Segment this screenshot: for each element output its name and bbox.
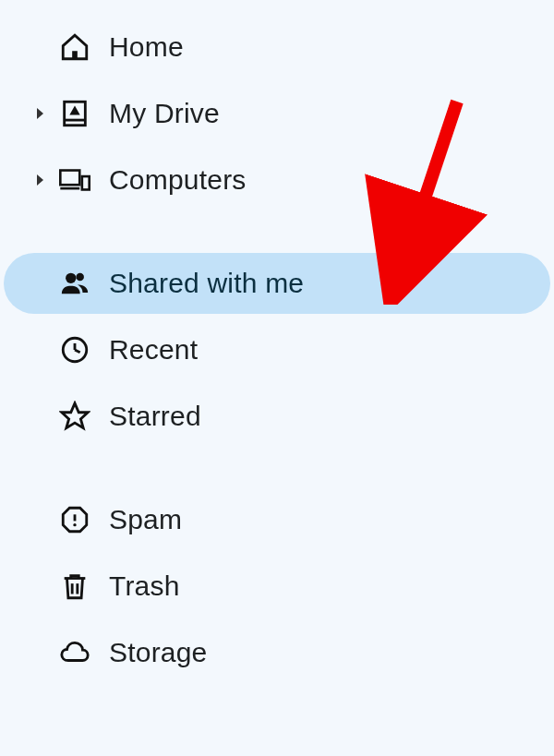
svg-marker-4 <box>37 174 43 186</box>
sidebar-item-label: Home <box>109 31 184 63</box>
sidebar-divider <box>0 452 554 489</box>
svg-marker-1 <box>37 108 43 119</box>
sidebar-navigation: Home My Drive Computers <box>0 0 554 683</box>
sidebar-item-home[interactable]: Home <box>4 17 550 78</box>
star-icon <box>59 401 109 432</box>
svg-line-12 <box>75 350 80 353</box>
sidebar-item-label: Trash <box>109 570 180 602</box>
sidebar-item-label: My Drive <box>109 98 220 129</box>
sidebar-item-shared-with-me[interactable]: Shared with me <box>4 253 550 314</box>
sidebar-divider <box>0 216 554 253</box>
sidebar-item-label: Starred <box>109 401 201 432</box>
sidebar-item-trash[interactable]: Trash <box>4 556 550 617</box>
sidebar-item-recent[interactable]: Recent <box>4 319 550 380</box>
svg-marker-13 <box>62 403 88 428</box>
sidebar-item-spam[interactable]: Spam <box>4 489 550 550</box>
expand-toggle[interactable] <box>35 174 59 186</box>
svg-point-9 <box>76 273 84 282</box>
home-icon <box>59 31 109 63</box>
computers-icon <box>59 164 109 196</box>
sidebar-item-label: Computers <box>109 164 247 196</box>
spam-icon <box>59 504 109 535</box>
sidebar-item-storage[interactable]: Storage <box>4 622 550 683</box>
svg-rect-5 <box>60 171 79 186</box>
sidebar-item-starred[interactable]: Starred <box>4 386 550 447</box>
expand-toggle[interactable] <box>35 107 59 120</box>
svg-point-8 <box>66 273 76 283</box>
drive-icon <box>59 98 109 129</box>
sidebar-item-label: Storage <box>109 637 207 668</box>
sidebar-item-label: Spam <box>109 504 182 535</box>
svg-rect-7 <box>82 176 90 189</box>
svg-point-16 <box>73 523 76 526</box>
trash-icon <box>59 570 109 602</box>
svg-rect-0 <box>72 51 78 59</box>
sidebar-item-my-drive[interactable]: My Drive <box>4 83 550 144</box>
people-icon <box>59 268 109 299</box>
sidebar-item-computers[interactable]: Computers <box>4 150 550 210</box>
clock-icon <box>59 334 109 366</box>
cloud-icon <box>59 637 109 668</box>
sidebar-item-label: Recent <box>109 334 198 366</box>
sidebar-item-label: Shared with me <box>109 268 304 299</box>
